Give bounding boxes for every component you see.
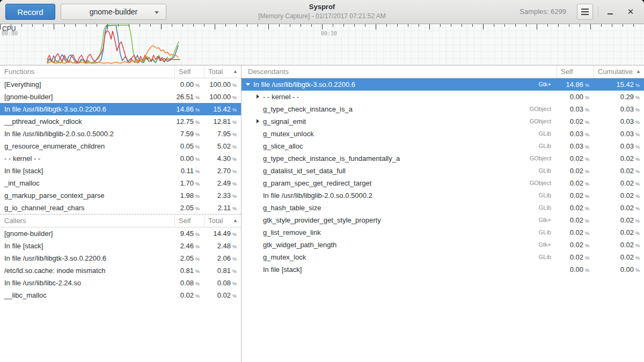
function-name-cell: g_mutex_lockGLib xyxy=(241,251,557,263)
percent-value-cell: 2.70% xyxy=(204,165,241,177)
percent-sign: % xyxy=(232,144,237,150)
descendants-table-row[interactable]: In file /usr/lib/libglib-2.0.so.0.5000.2… xyxy=(241,189,644,202)
functions-table-row[interactable]: [gnome-builder]26.51%100.00% xyxy=(0,91,241,103)
menu-button[interactable] xyxy=(577,4,593,20)
functions-table-row[interactable]: g_markup_parse_context_parse1.98%2.33% xyxy=(0,189,241,202)
descendants-table-row[interactable]: g_type_check_instance_is_fundamentally_a… xyxy=(241,152,644,165)
descendants-table-row[interactable]: gtk_style_provider_get_style_propertyGtk… xyxy=(241,214,644,226)
functions-table-row[interactable]: In file /usr/lib/libglib-2.0.so.0.5000.2… xyxy=(0,128,241,140)
functions-table-row[interactable]: g_resource_enumerate_children0.05%5.02% xyxy=(0,140,241,152)
percent-number: 0.02 xyxy=(620,241,634,249)
function-name-cell: In file /usr/lib/libglib-2.0.so.0.5000.2 xyxy=(0,128,174,140)
descendants-table-row[interactable]: g_type_check_instance_is_aGObject0.03%0.… xyxy=(241,103,644,115)
callers-column-header[interactable]: Callers xyxy=(0,215,174,227)
cpu-graph[interactable]: CPU 00:00 00:30 xyxy=(0,24,644,65)
percent-value-cell: 2.11% xyxy=(204,202,241,214)
percent-sign: % xyxy=(635,268,640,273)
functions-table-row[interactable]: [Everything]0.00%100.00% xyxy=(0,78,241,91)
descendants-table-row[interactable]: g_slice_allocGLib0.03%0.03% xyxy=(241,140,644,152)
descendants-cumulative-column-header[interactable]: Cumulative▲ xyxy=(594,65,644,78)
percent-value-cell: 2.05% xyxy=(174,252,204,264)
record-button[interactable]: Record xyxy=(5,4,55,20)
library-tag: GLib xyxy=(539,226,557,239)
headerbar: Record gnome-builder Sysprof [Memory Cap… xyxy=(0,0,644,24)
process-selector-dropdown[interactable]: gnome-builder xyxy=(61,4,166,20)
close-button[interactable]: ✕ xyxy=(624,5,638,18)
percent-number: 2.05 xyxy=(180,254,194,262)
percent-number: 0.02 xyxy=(620,167,634,175)
descendants-table-row[interactable]: g_param_spec_get_redirect_targetGObject0… xyxy=(241,177,644,189)
percent-value-cell: 0.02% xyxy=(594,165,644,177)
descendants-table-row[interactable]: gtk_widget_path_lengthGtk+0.02%0.02% xyxy=(241,239,644,251)
expander-expanded-icon[interactable] xyxy=(245,78,253,91)
descendants-table-row[interactable]: In file /usr/lib/libgtk-3.so.0.2200.6Gtk… xyxy=(241,78,644,91)
expander-spacer xyxy=(254,251,263,263)
expander-collapsed-icon[interactable] xyxy=(254,91,263,103)
callers-total-column-header[interactable]: Total▲ xyxy=(204,215,241,227)
percent-sign: % xyxy=(635,144,640,150)
minimize-button[interactable] xyxy=(603,5,617,18)
percent-number: 100.00 xyxy=(209,93,231,101)
descendants-table-row[interactable]: g_signal_emitGObject0.02%0.03% xyxy=(241,115,644,128)
percent-number: 0.02 xyxy=(570,241,583,249)
descendants-list: In file /usr/lib/libgtk-3.so.0.2200.6Gtk… xyxy=(241,78,644,276)
percent-number: 15.42 xyxy=(213,105,231,113)
percent-value-cell: 0.02% xyxy=(594,202,644,214)
sort-arrow-icon: ▲ xyxy=(233,215,238,227)
functions-table-row[interactable]: __pthread_rwlock_rdlock12.75%12.81% xyxy=(0,115,241,128)
percent-sign: % xyxy=(635,243,640,248)
functions-table-row[interactable]: _int_malloc1.70%2.49% xyxy=(0,177,241,189)
percent-value-cell: 0.03% xyxy=(594,115,644,128)
functions-table-row[interactable]: g_io_channel_read_chars2.05%2.11% xyxy=(0,202,241,214)
descendants-table-row[interactable]: g_hash_table_sizeGLib0.02%0.02% xyxy=(241,202,644,214)
function-name-cell: g_slice_allocGLib xyxy=(241,140,557,152)
descendants-self-column-header[interactable]: Self xyxy=(557,65,594,78)
tick-mark xyxy=(268,24,269,29)
percent-sign: % xyxy=(585,255,589,261)
functions-total-column-header[interactable]: Total▲ xyxy=(204,65,241,78)
percent-value-cell: 0.02% xyxy=(594,214,644,226)
descendants-column-header[interactable]: Descendants xyxy=(241,65,557,78)
callers-table-row[interactable]: In file /usr/lib/libc-2.24.so0.08%0.08% xyxy=(0,277,241,289)
library-tag: GLib xyxy=(539,189,557,202)
tick-mark xyxy=(343,24,344,27)
callers-table-row[interactable]: In file [stack]2.46%2.48% xyxy=(0,240,241,252)
percent-value-cell: 0.00% xyxy=(557,263,594,276)
functions-column-header[interactable]: Functions xyxy=(0,65,174,78)
percent-sign: % xyxy=(585,157,589,162)
percent-sign: % xyxy=(195,83,200,88)
function-name-label: g_param_spec_get_redirect_target xyxy=(263,177,371,189)
descendants-table-row[interactable]: g_mutex_unlockGLib0.03%0.03% xyxy=(241,128,644,140)
tick-mark xyxy=(333,24,333,27)
percent-number: 2.06 xyxy=(217,254,231,262)
percent-sign: % xyxy=(232,194,237,199)
function-name-cell: g_type_check_instance_is_aGObject xyxy=(241,103,557,115)
callers-table-row[interactable]: /etc/ld.so.cache: inode mismatch0.81%0.8… xyxy=(0,264,241,277)
callers-table-row[interactable]: __libc_malloc0.02%0.02% xyxy=(0,289,241,301)
descendants-table-row[interactable]: g_mutex_lockGLib0.02%0.02% xyxy=(241,251,644,263)
tick-mark xyxy=(440,24,441,27)
functions-table-header: Functions Self Total▲ xyxy=(0,65,241,78)
percent-value-cell: 14.49% xyxy=(204,227,241,240)
descendants-table-row[interactable]: - - kernel - -0.00%0.29% xyxy=(241,91,644,103)
percent-number: 0.02 xyxy=(570,216,583,224)
descendants-table-row[interactable]: g_list_remove_linkGLib0.02%0.02% xyxy=(241,226,644,239)
functions-self-column-header[interactable]: Self xyxy=(174,65,204,78)
callers-self-column-header[interactable]: Self xyxy=(174,215,204,227)
percent-value-cell: 7.95% xyxy=(204,128,241,140)
expander-collapsed-icon[interactable] xyxy=(254,115,263,128)
descendants-table-row[interactable]: g_datalist_id_set_data_fullGLib0.02%0.02… xyxy=(241,165,644,177)
descendants-table-row[interactable]: In file [stack]0.00%0.00% xyxy=(241,263,644,276)
percent-value-cell: 0.81% xyxy=(174,264,204,277)
functions-table-row[interactable]: - - kernel - -0.00%4.30% xyxy=(0,152,241,165)
callers-table-row[interactable]: [gnome-builder]9.45%14.49% xyxy=(0,227,241,240)
functions-table-row[interactable]: In file /usr/lib/libgtk-3.so.0.2200.614.… xyxy=(0,103,241,115)
percent-sign: % xyxy=(195,169,200,174)
callers-table-row[interactable]: In file /usr/lib/libgtk-3.so.0.2200.62.0… xyxy=(0,252,241,264)
percent-value-cell: 100.00% xyxy=(204,78,241,91)
function-name-label: g_slice_alloc xyxy=(263,140,303,152)
functions-table-row[interactable]: In file [stack]0.11%2.70% xyxy=(0,165,241,177)
percent-value-cell: 0.02% xyxy=(557,115,594,128)
function-name-label: gtk_widget_path_length xyxy=(263,239,336,251)
expander-spacer xyxy=(254,128,263,140)
